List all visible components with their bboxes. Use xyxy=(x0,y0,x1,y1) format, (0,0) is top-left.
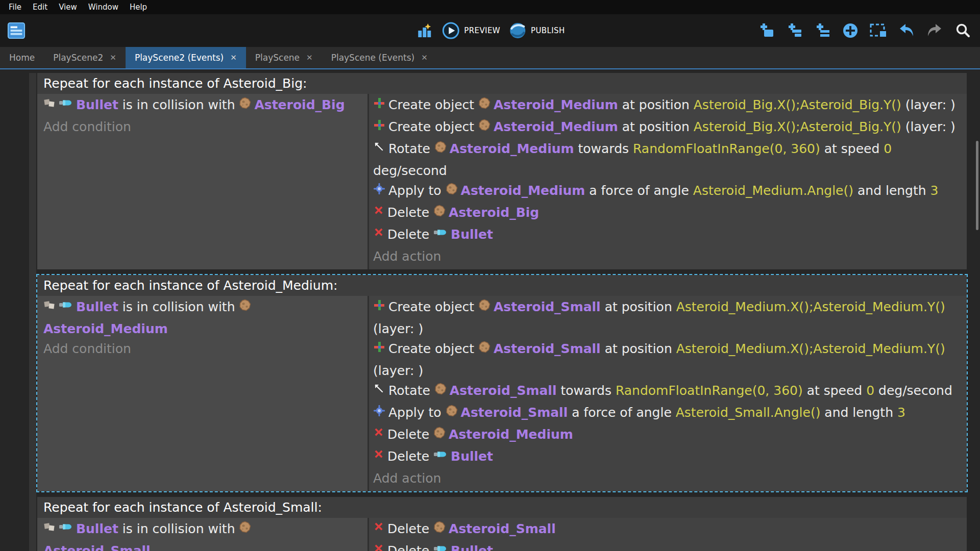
delete-icon xyxy=(373,427,384,446)
add-condition[interactable]: Add condition xyxy=(43,117,368,137)
action-row[interactable]: Delete Asteroid_Small xyxy=(373,519,959,541)
tab-playscene-events[interactable]: PlayScene (Events)✕ xyxy=(322,47,437,68)
text: Create object xyxy=(388,299,478,314)
tab-close-icon[interactable]: ✕ xyxy=(306,53,313,62)
select-instructions-icon[interactable] xyxy=(869,21,888,40)
expression: 3 xyxy=(930,183,939,198)
events-sheet-icon[interactable] xyxy=(7,21,26,40)
preview-play-icon xyxy=(442,21,460,40)
rotate-icon xyxy=(373,141,385,161)
action-row[interactable]: Apply to Asteroid_Medium a force of angl… xyxy=(373,181,959,203)
action-row[interactable]: Create object Asteroid_Medium at positio… xyxy=(373,95,959,117)
action-row[interactable]: Apply to Asteroid_Small a force of angle… xyxy=(373,403,959,424)
event-3[interactable]: Repeat for each instance of Asteroid_Sma… xyxy=(37,497,967,551)
text: Delete xyxy=(387,205,433,220)
action-row[interactable]: Delete Asteroid_Big xyxy=(373,203,959,224)
object-name: Asteroid_Medium xyxy=(461,183,585,198)
event-sheet: Repeat for each instance of Asteroid_Big… xyxy=(0,69,980,551)
events-container: Repeat for each instance of Asteroid_Big… xyxy=(37,73,967,551)
text: Apply to xyxy=(388,405,446,420)
add-action[interactable]: Add action xyxy=(373,246,959,266)
redo-icon[interactable] xyxy=(925,21,944,40)
conditions-column: Bullet is in collision with Asteroid_Sma… xyxy=(37,518,369,551)
text: Delete xyxy=(387,227,433,242)
text: (layer: ) xyxy=(901,97,955,112)
tab-close-icon[interactable]: ✕ xyxy=(230,53,237,62)
menu-item-window[interactable]: Window xyxy=(83,1,124,13)
tab-close-icon[interactable]: ✕ xyxy=(110,53,116,62)
collision-icon xyxy=(43,97,56,117)
action-row[interactable]: Rotate Asteroid_Medium towards RandomFlo… xyxy=(373,139,959,181)
tab-bar: HomePlayScene2✕PlayScene2 (Events)✕PlayS… xyxy=(0,47,980,69)
collision-icon xyxy=(43,299,56,319)
text: Apply to xyxy=(388,183,446,198)
object-name: Asteroid_Small xyxy=(461,405,568,420)
scrollbar-thumb[interactable] xyxy=(976,141,978,230)
menu-item-file[interactable]: File xyxy=(3,1,27,13)
object-name: Bullet xyxy=(451,227,493,242)
search-icon[interactable] xyxy=(953,21,972,40)
tab-label: PlayScene (Events) xyxy=(331,53,415,63)
menu-item-view[interactable]: View xyxy=(53,1,83,13)
event-2[interactable]: Repeat for each instance of Asteroid_Med… xyxy=(37,275,967,491)
asteroid-icon xyxy=(433,205,446,224)
text: towards xyxy=(556,383,616,398)
text: at position xyxy=(618,97,694,112)
event-header[interactable]: Repeat for each instance of Asteroid_Big… xyxy=(37,73,967,94)
text: a force of angle xyxy=(585,183,693,198)
text: is in collision with xyxy=(118,521,239,536)
tab-playscene2-events[interactable]: PlayScene2 (Events)✕ xyxy=(126,47,246,68)
condition-row[interactable]: Bullet is in collision with Asteroid_Med… xyxy=(43,297,368,339)
actions-column: Create object Asteroid_Small at position… xyxy=(369,296,967,491)
action-row[interactable]: Rotate Asteroid_Small towards RandomFloa… xyxy=(373,381,959,403)
condition-row[interactable]: Bullet is in collision with Asteroid_Sma… xyxy=(43,519,368,551)
tab-label: PlayScene2 xyxy=(53,53,103,63)
text: towards xyxy=(574,141,633,156)
action-row[interactable]: Delete Asteroid_Medium xyxy=(373,424,959,446)
delete-icon xyxy=(373,521,384,541)
tab-playscene[interactable]: PlayScene✕ xyxy=(246,47,322,68)
asteroid-icon xyxy=(478,97,491,117)
tab-playscene2[interactable]: PlayScene2✕ xyxy=(44,47,126,68)
create-icon xyxy=(373,97,385,117)
expression: Asteroid_Medium.X();Asteroid_Medium.Y() xyxy=(676,341,945,356)
asteroid-icon xyxy=(478,299,491,319)
tab-home[interactable]: Home xyxy=(0,47,44,68)
text: Delete xyxy=(387,449,433,464)
event-header[interactable]: Repeat for each instance of Asteroid_Sma… xyxy=(37,497,967,518)
action-row[interactable]: Delete Bullet xyxy=(373,446,959,468)
add-subevent-icon[interactable] xyxy=(785,21,803,40)
action-row[interactable]: Create object Asteroid_Medium at positio… xyxy=(373,117,959,139)
object-name: Asteroid_Medium xyxy=(450,141,574,156)
action-row[interactable]: Create object Asteroid_Small at position… xyxy=(373,339,959,381)
action-row[interactable]: Delete Bullet xyxy=(373,541,959,551)
menu-item-edit[interactable]: Edit xyxy=(27,1,53,13)
condition-row[interactable]: Bullet is in collision with Asteroid_Big xyxy=(43,95,368,117)
tab-close-icon[interactable]: ✕ xyxy=(421,53,428,62)
publish-button[interactable]: PUBLISH xyxy=(508,21,565,40)
add-condition[interactable]: Add condition xyxy=(43,339,368,359)
action-row[interactable]: Delete Bullet xyxy=(373,224,959,246)
undo-icon[interactable] xyxy=(897,21,916,40)
event-header[interactable]: Repeat for each instance of Asteroid_Med… xyxy=(37,275,967,296)
action-row[interactable]: Create object Asteroid_Small at position… xyxy=(373,297,959,339)
event-1[interactable]: Repeat for each instance of Asteroid_Big… xyxy=(37,73,967,269)
event-body: Bullet is in collision with Asteroid_Big… xyxy=(37,94,967,269)
toolbar-center: PREVIEW PUBLISH xyxy=(415,21,565,40)
object-name: Bullet xyxy=(76,299,118,314)
delete-icon xyxy=(373,448,384,468)
build-icon[interactable] xyxy=(415,21,433,40)
add-event-icon[interactable] xyxy=(757,21,775,40)
add-comment-icon[interactable] xyxy=(813,21,831,40)
text: (layer: ) xyxy=(373,363,423,378)
text: Delete xyxy=(387,427,433,442)
text: at position xyxy=(618,119,694,134)
object-name: Bullet xyxy=(76,97,118,112)
text: Create object xyxy=(388,341,478,356)
publish-globe-icon xyxy=(508,21,527,40)
preview-button[interactable]: PREVIEW xyxy=(442,21,500,40)
menu-item-help[interactable]: Help xyxy=(124,1,153,13)
add-action[interactable]: Add action xyxy=(373,468,959,488)
add-circle-icon[interactable] xyxy=(841,21,860,40)
expression: Asteroid_Small.Angle() xyxy=(676,405,821,420)
